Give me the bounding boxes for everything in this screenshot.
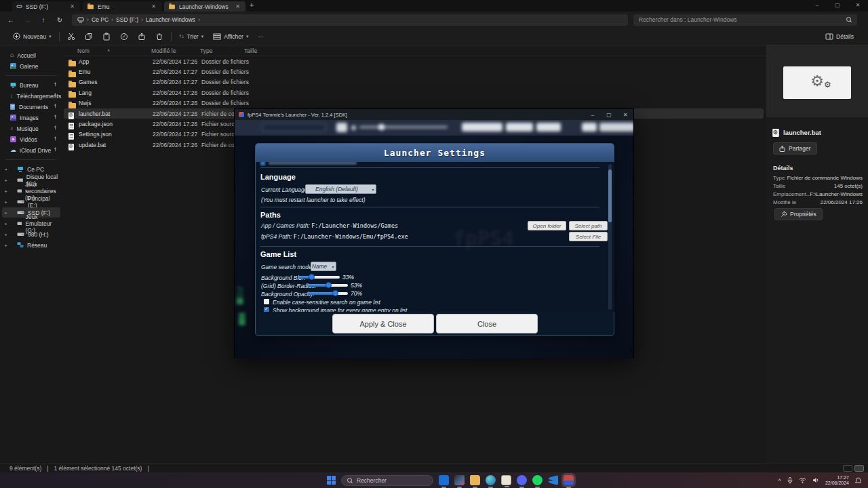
sidebar-item-images[interactable]: Images (2, 113, 60, 123)
sidebar-item-bureau[interactable]: Bureau (2, 80, 60, 90)
view-button[interactable]: Afficher▾ (208, 30, 253, 43)
taskbar-search[interactable]: Rechercher (341, 475, 433, 486)
fpps4-launcher-icon[interactable] (564, 475, 574, 485)
sidebar-item-videos[interactable]: Vidéos (2, 134, 60, 144)
search-icon[interactable] (846, 17, 852, 22)
column-nom[interactable]: Nom (77, 47, 90, 54)
new-button[interactable]: Nouveau▾ (8, 30, 56, 43)
file-row-Games[interactable]: Games22/06/2024 17:27Dossier de fichiers (64, 77, 764, 87)
file-row-Lang[interactable]: Lang22/06/2024 17:26Dossier de fichiers (64, 87, 764, 98)
photos-icon[interactable] (454, 475, 465, 485)
forward-button[interactable]: → (19, 16, 35, 24)
copy-button[interactable] (80, 30, 98, 43)
minimize-button[interactable]: – (585, 112, 601, 118)
border-radius-slider[interactable] (307, 284, 348, 287)
share-button[interactable]: Partager (773, 142, 817, 155)
delete-button[interactable] (151, 30, 168, 43)
search-input[interactable]: Rechercher dans : Launcher-Windows (633, 14, 857, 26)
close-button[interactable]: Close (436, 314, 538, 333)
tab-close-icon[interactable]: ✕ (234, 3, 241, 9)
tab-launcher-windows[interactable]: Launcher-Windows ✕ (164, 1, 245, 12)
share-button[interactable] (133, 30, 151, 43)
breadcrumb[interactable]: › Ce PC › SSD (F:) › Launcher-Windows › (72, 14, 628, 26)
vscode-icon[interactable] (548, 475, 558, 485)
drive-icon (17, 210, 24, 215)
outlook-icon[interactable] (439, 475, 449, 485)
tab-close-icon[interactable]: ✕ (150, 3, 157, 9)
detail-row-emplacement: Emplacement...F:\Launcher-Windows (773, 191, 863, 197)
explorer-icon[interactable] (470, 475, 480, 485)
maximize-button[interactable]: ▢ (601, 112, 617, 118)
store-icon[interactable] (501, 475, 511, 485)
taskbar-search-placeholder: Rechercher (357, 477, 387, 484)
sidebar-item-reseau[interactable]: ▸ Réseau (2, 240, 60, 250)
more-button[interactable]: ··· (253, 30, 269, 43)
spotify-icon[interactable] (532, 475, 542, 485)
sidebar-item-980-h[interactable]: ▸ 980 (H:) (2, 229, 60, 239)
close-button[interactable]: ✕ (848, 0, 868, 11)
column-type[interactable]: Type (200, 47, 212, 54)
sidebar-item-icloud-drive[interactable]: ☁ iCloud Drive (2, 145, 60, 155)
background-opacity-slider[interactable] (307, 292, 348, 295)
discord-icon[interactable] (517, 475, 527, 485)
file-row-Emu[interactable]: Emu22/06/2024 17:27Dossier de fichiers (64, 66, 764, 77)
open-folder-button[interactable]: Open folder (528, 221, 566, 230)
settings-scrollbar[interactable] (608, 164, 612, 310)
sidebar-item-musique[interactable]: ♪ Musique (2, 123, 60, 134)
minimize-button[interactable]: – (807, 0, 827, 11)
sort-button[interactable]: ↑↓ Trier▾ (174, 30, 209, 43)
new-tab-button[interactable]: + (250, 1, 254, 9)
tab-ssd-f[interactable]: SSD (F:) ✕ (12, 1, 80, 12)
folder-icon (68, 72, 76, 77)
select-path-button[interactable]: Select path (569, 221, 608, 230)
microphone-icon[interactable] (787, 477, 793, 484)
list-view-toggle[interactable] (843, 465, 852, 472)
launcher-title-bar[interactable]: fpPS4 Temmie's Launcher - Ver. 1.2.4 [SD… (235, 109, 633, 120)
sidebar-item-documents[interactable]: Documents (2, 102, 60, 112)
volume-icon[interactable] (812, 477, 819, 483)
file-date: 22/06/2024 17:26 (153, 100, 197, 106)
show-background-checkbox[interactable] (264, 307, 269, 312)
breadcrumb-launcher-windows[interactable]: Launcher-Windows (146, 16, 195, 23)
start-button[interactable] (327, 476, 336, 485)
close-button[interactable]: ✕ (617, 112, 633, 118)
browser-icon[interactable] (486, 475, 496, 485)
apply-close-button[interactable]: Apply & Close (332, 314, 434, 333)
rename-button[interactable] (115, 30, 133, 43)
tab-emu[interactable]: Emu ✕ (83, 1, 161, 12)
taskbar-clock[interactable]: 17:27 22/06/2024 (825, 475, 849, 486)
sidebar-item-accueil[interactable]: ⌂ Accueil (2, 50, 60, 60)
case-sensitive-checkbox[interactable] (264, 299, 269, 304)
details-view-toggle[interactable] (854, 465, 864, 472)
up-button[interactable]: ↑ (35, 16, 52, 24)
paste-button[interactable] (98, 30, 115, 43)
fpps4-path-value[interactable]: F:/Launcher-Windows/Emu/fpPS4.exe (294, 233, 408, 240)
column-modifie-le[interactable]: Modifié le (151, 47, 176, 54)
properties-button[interactable]: Propriétés (774, 208, 823, 220)
tab-close-icon[interactable]: ✕ (68, 3, 76, 9)
maximize-button[interactable]: ▢ (827, 0, 848, 11)
details-pane-toggle[interactable]: Détails (821, 30, 859, 43)
scrollbar-thumb[interactable] (608, 169, 612, 222)
bell-icon[interactable] (855, 477, 861, 484)
search-mode-select[interactable]: Name ▾ (311, 262, 336, 271)
select-file-button[interactable]: Select File (569, 232, 608, 241)
back-button[interactable]: ← (3, 16, 19, 24)
sidebar-item-principal-e[interactable]: ▸ Principal (E:) (2, 197, 60, 207)
tab-label: Launcher-Windows (179, 3, 229, 10)
cut-button[interactable] (62, 30, 80, 43)
sidebar-item-galerie[interactable]: Galerie (2, 61, 60, 71)
refresh-button[interactable]: ↻ (52, 16, 68, 24)
file-row-App[interactable]: App22/06/2024 17:26Dossier de fichiers (64, 56, 764, 66)
breadcrumb-ssd-f[interactable]: SSD (F:) (116, 16, 138, 23)
checkbox-checked-icon[interactable] (260, 162, 265, 165)
language-select[interactable]: English (Default) ▾ (305, 184, 376, 194)
column-taille[interactable]: Taille (244, 47, 257, 54)
sidebar-item-telechargements[interactable]: ↓ Téléchargements (2, 91, 60, 101)
wifi-icon[interactable] (799, 477, 806, 483)
background-blur-slider[interactable] (298, 276, 340, 279)
breadcrumb-ce-pc[interactable]: Ce PC (92, 16, 108, 23)
file-row-Nwjs[interactable]: Nwjs22/06/2024 17:26Dossier de fichiers (64, 98, 764, 108)
sidebar-item-jeux-emulateur-g[interactable]: ▸ Jeux Emulateur (G:) (2, 218, 60, 228)
chevron-up-icon[interactable]: ˄ (778, 477, 781, 483)
